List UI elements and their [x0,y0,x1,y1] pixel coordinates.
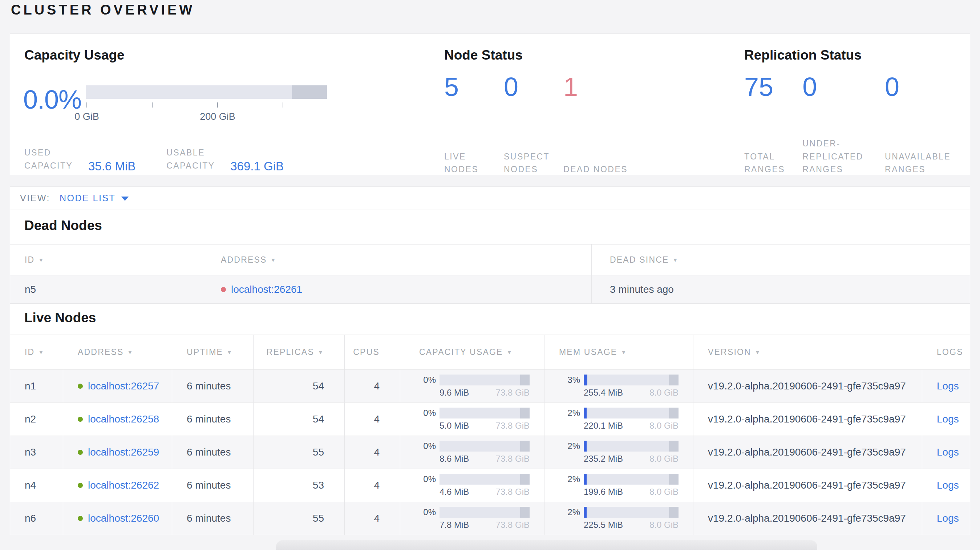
node-mem-usage-cell: 2% 235.2 MiB 8.0 GiB [544,436,694,469]
live-col-uptime-header[interactable]: UPTIME [172,335,253,369]
node-address-cell: localhost:26262 [63,469,172,502]
node-status-title: Node Status [444,48,720,63]
live-status-icon [78,416,83,422]
node-replicas: 54 [313,413,324,425]
mem-used-fill [584,507,587,518]
node-address-cell: localhost:26260 [63,502,172,535]
unavailable-ranges-count: 0 [885,74,962,100]
sort-arrow-icon [755,349,761,355]
logs-link[interactable]: Logs [937,480,959,491]
dead-col-address-header[interactable]: ADDRESS [206,245,592,275]
node-cpus-cell: 4 [345,370,400,402]
node-mem-usage-cell: 2% 220.1 MiB 8.0 GiB [544,403,694,436]
node-uptime-cell: 6 minutes [172,469,253,502]
node-uptime: 6 minutes [187,447,231,458]
sort-arrow-icon [318,349,324,355]
mem-usage-percent: 2% [563,408,580,418]
node-logs-cell: Logs [922,370,970,402]
mem-usage-percent: 2% [563,441,580,451]
under-replicated-ranges-count: 0 [802,74,885,100]
logs-link[interactable]: Logs [937,513,959,524]
node-cpus-cell: 4 [345,469,400,502]
mem-used-value: 255.4 MiB [584,388,623,398]
view-selected-value: NODE LIST [60,193,116,203]
mem-total-value: 8.0 GiB [649,388,679,398]
mem-total-value: 8.0 GiB [649,421,679,431]
dead-nodes-heading-row: Dead Nodes [10,210,970,244]
node-address-link[interactable]: localhost:26258 [88,413,159,425]
capacity-bar [86,85,327,99]
dead-col-id-header[interactable]: ID [10,245,206,275]
live-col-id-header[interactable]: ID [10,335,63,369]
dead-nodes-stat: 1 DEAD NODES [563,74,636,176]
live-col-mem-header[interactable]: MEM USAGE [544,335,694,369]
view-selector-dropdown[interactable]: NODE LIST [60,193,129,203]
node-mem-usage-cell: 2% 225.5 MiB 8.0 GiB [544,502,694,535]
live-node-row: n4 localhost:26262 6 minutes 53 4 0% 4.6… [10,469,970,502]
mem-usage-percent: 3% [563,375,580,385]
node-uptime: 6 minutes [187,480,231,491]
node-cpus: 4 [374,513,380,524]
node-id: n6 [25,513,36,524]
node-address-link[interactable]: localhost:26260 [88,513,159,524]
capacity-usage-bar [439,441,530,451]
live-node-row: n2 localhost:26258 6 minutes 54 4 0% 5.0… [10,402,970,436]
live-col-capacity-header[interactable]: CAPACITY USAGE [400,335,544,369]
mem-used-value: 199.6 MiB [584,487,623,497]
live-col-mem-label: MEM USAGE [559,347,617,357]
node-cpus: 4 [374,380,380,392]
capacity-percent: 0.0% [23,85,81,114]
mem-usage-bar [584,507,679,518]
node-version: v19.2.0-alpha.20190606-2491-gfe735c9a97 [708,513,906,524]
axis-tick [283,102,283,108]
logs-link[interactable]: Logs [937,447,959,458]
node-replicas: 54 [313,380,324,392]
total-ranges-label: TOTAL RANGES [744,150,802,176]
live-col-address-header[interactable]: ADDRESS [63,335,172,369]
mem-usage-bar [584,474,679,485]
used-capacity-stat: USED CAPACITY 35.6 MiB [24,146,135,172]
sort-arrow-icon [38,349,44,355]
live-status-icon [78,483,83,488]
capacity-usage-section: Capacity Usage 0.0% 0 GiB 200 GiB USED C… [24,48,409,172]
capacity-reserved-segment [520,474,530,485]
node-address-link[interactable]: localhost:26259 [88,447,159,458]
mem-reserved-segment [669,375,679,385]
mem-usage-percent: 2% [563,507,580,517]
node-status-section: Node Status 5 LIVE NODES 0 SUSPECT NODES… [444,48,720,176]
node-address-link[interactable]: localhost:26262 [88,480,159,491]
node-address-link[interactable]: localhost:26257 [88,380,159,392]
mem-reserved-segment [669,441,679,451]
node-id: n2 [25,413,36,425]
axis-tick-label: 0 GiB [61,111,112,122]
capacity-used-value: 9.6 MiB [439,388,469,398]
mem-reserved-segment [669,507,679,518]
live-nodes-title: Live Nodes [24,310,96,325]
node-id-cell: n1 [10,370,63,402]
node-replicas: 55 [313,447,324,458]
logs-link[interactable]: Logs [937,413,959,425]
under-replicated-ranges-stat: 0 UNDER-REPLICATED RANGES [802,74,885,176]
node-replicas-cell: 54 [253,370,345,402]
node-capacity-usage-cell: 0% 9.6 MiB 73.8 GiB [400,370,544,402]
mem-reserved-segment [669,474,679,485]
used-capacity-value: 35.6 MiB [88,159,135,173]
node-mem-usage-cell: 2% 199.6 MiB 8.0 GiB [544,469,694,502]
dead-node-address-link[interactable]: localhost:26261 [231,284,302,295]
logs-link[interactable]: Logs [937,380,959,392]
live-col-version-header[interactable]: VERSION [694,335,922,369]
live-col-cpus-header[interactable]: CPUS [345,335,400,369]
node-replicas-cell: 54 [253,403,345,436]
node-logs-cell: Logs [922,502,970,535]
node-version-cell: v19.2.0-alpha.20190606-2491-gfe735c9a97 [694,403,922,436]
live-node-row: n6 localhost:26260 6 minutes 55 4 0% 7.8… [10,502,970,535]
usable-capacity-label: USABLE CAPACITY [166,146,228,172]
live-col-replicas-header[interactable]: REPLICAS [253,335,345,369]
total-ranges-count: 75 [744,74,802,100]
mem-used-fill [584,375,587,385]
capacity-usage-bar [439,474,530,485]
node-uptime-cell: 6 minutes [172,502,253,535]
dead-col-deadsince-header[interactable]: DEAD SINCE [592,245,970,275]
node-id-cell: n6 [10,502,63,535]
node-replicas: 53 [313,480,324,491]
